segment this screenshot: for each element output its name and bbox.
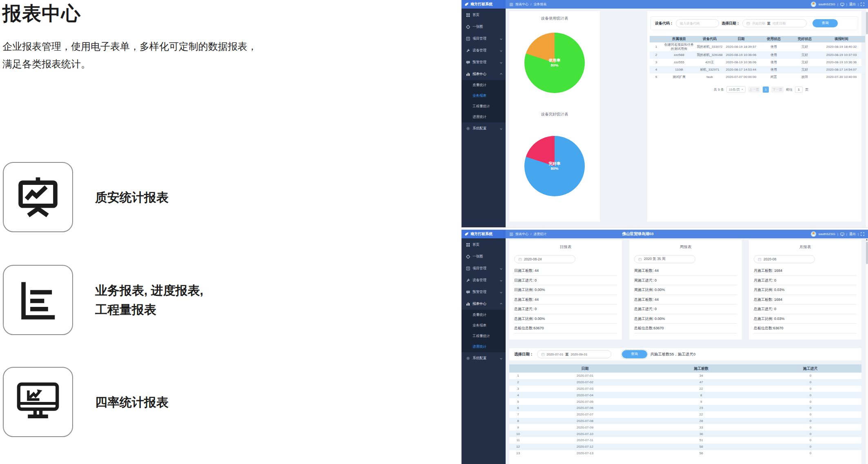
page-number-active[interactable]: 1	[763, 87, 769, 93]
table-row[interactable]: 12 2020-07-12 58 0	[509, 444, 861, 450]
device-code-input[interactable]: 输入设备代码	[676, 19, 719, 27]
sidebar-item-device[interactable]: 设备管理	[462, 274, 506, 286]
app-logo[interactable]: 南方打桩系统	[462, 0, 506, 9]
goto-page-input[interactable]: 1	[795, 87, 803, 93]
sidebar-item-system[interactable]: 系统配置	[462, 122, 506, 134]
table-row[interactable]: 3 zzz555 420王 2020-08-19 10:36:06 使用 完好 …	[650, 59, 868, 66]
table-row[interactable]: 3 2020-07-03 22 0	[509, 386, 861, 392]
logout-link[interactable]: 退出	[849, 232, 856, 236]
sidebar-item-report-center[interactable]: 报表中心	[462, 298, 506, 310]
next-page-button[interactable]: 下一页	[771, 87, 784, 93]
col-project[interactable]: 所属项目	[663, 36, 695, 42]
device-condition-pie-chart[interactable]: 完好率 80%	[524, 136, 585, 196]
table-row[interactable]: 6 2020-07-06 23 0	[509, 405, 861, 411]
username[interactable]: southSZSG	[818, 2, 835, 6]
sidebar-item-report-center[interactable]: 报表中心	[462, 68, 506, 80]
start-date-placeholder: 开始日期	[752, 21, 765, 26]
sidebar-subitem-quantity[interactable]: 工程量统计	[462, 101, 506, 112]
table-row[interactable]: 10 2020-07-10 36 0	[509, 431, 861, 437]
scrollbar-thumb[interactable]	[866, 242, 868, 264]
col-pile-count[interactable]: 施工桩数	[643, 364, 759, 373]
table-row[interactable]: 1 创建同名项目和任务的测试用例 我的桩机_333072 2020-08-19 …	[650, 42, 868, 51]
col-device-code[interactable]: 设备代码	[695, 36, 724, 42]
calendar-icon	[518, 258, 522, 261]
table-body: 1 2020-07-01 34 0 2 2020-07-02 47 0	[509, 373, 861, 456]
app-name: 南方打桩系统	[471, 2, 493, 7]
goto-unit: 页	[805, 87, 808, 92]
col-footage[interactable]: 施工进尺	[759, 364, 861, 373]
feature-label: 四率统计报表	[95, 393, 169, 412]
app-logo[interactable]: 南方打桩系统	[462, 230, 506, 238]
fullscreen-icon[interactable]	[861, 232, 864, 236]
date-range-input[interactable]: 开始日期 至 结束日期	[742, 19, 807, 27]
sidebar-subitem-business[interactable]: 业务报表	[462, 91, 506, 101]
sidebar-item-project[interactable]: 项目管理	[462, 33, 506, 44]
total-count: 共 5 条	[714, 87, 724, 92]
sidebar-item-alert[interactable]: 预警管理	[462, 286, 506, 298]
username[interactable]: southSZSG	[818, 232, 835, 236]
col-date[interactable]: 日期	[724, 36, 758, 42]
table-row[interactable]: 5 测试扩展 faub 2020-07-07 00:00:00 闲置 故障 20…	[650, 73, 868, 81]
sidebar-item-system[interactable]: 系统配置	[462, 352, 506, 364]
sidebar-item-alert[interactable]: 预警管理	[462, 56, 506, 68]
search-button[interactable]: 查询	[813, 19, 838, 27]
table-row[interactable]: 2 2020-07-02 47 0	[509, 379, 861, 386]
sidebar-item-device[interactable]: 设备管理	[462, 44, 506, 56]
scroll-up-arrow[interactable]	[866, 239, 868, 240]
table-row[interactable]: 4 1108t 桩机_332971 2020-08-17 14:53:44 使用…	[650, 66, 868, 73]
monitor-icon[interactable]	[840, 232, 844, 236]
col-date[interactable]: 日期	[527, 364, 643, 373]
avatar[interactable]	[811, 231, 816, 237]
date-picker-input[interactable]: 2020-08-24	[514, 255, 575, 263]
month-picker-input[interactable]: 2020-08	[754, 255, 815, 263]
breadcrumb-root[interactable]: 报表中心	[515, 2, 528, 7]
breadcrumb-current[interactable]: 业务报表	[533, 2, 546, 7]
device-usage-pie-chart[interactable]: 使用率 80%	[524, 33, 585, 93]
chevron-down-icon	[500, 127, 502, 130]
feature-label: 业务报表, 进度报表, 工程量报表	[95, 281, 203, 319]
sidebar-subitem-quality[interactable]: 质量统计	[462, 80, 506, 91]
chart-bars-icon	[466, 72, 470, 76]
fullscreen-icon[interactable]	[861, 2, 864, 6]
table-row[interactable]: 5 2020-07-05 9 0	[509, 398, 861, 405]
table-row[interactable]: 1 2020-07-01 34 0	[509, 373, 861, 379]
sidebar-subitem-quality[interactable]: 质量统计	[462, 310, 506, 320]
search-button[interactable]: 查询	[622, 350, 647, 358]
avatar[interactable]	[811, 2, 816, 7]
table-row[interactable]: 11 2020-07-11 51 0	[509, 437, 861, 444]
prev-page-button[interactable]: 上一页	[748, 87, 760, 93]
grid-icon	[466, 243, 470, 247]
table-row[interactable]: 2 zzz588 我的桩机_326168 2020-08-19 10:36:06…	[650, 51, 868, 59]
week-picker-input[interactable]: 2020 第 35 周	[634, 255, 695, 263]
sidebar-subitem-progress[interactable]: 进度统计	[462, 342, 506, 352]
stat-row: 总桩位总数:63670	[754, 324, 857, 333]
scrollbar[interactable]	[865, 238, 868, 464]
sidebar-item-project[interactable]: 项目管理	[462, 262, 506, 274]
col-use-status[interactable]: 使用状态	[758, 36, 789, 42]
bird-logo-icon	[464, 232, 469, 236]
hamburger-icon[interactable]	[509, 2, 513, 7]
sidebar-subitem-business[interactable]: 业务报表	[462, 320, 506, 331]
pie-center-label: 使用率 80%	[524, 33, 585, 93]
sidebar-item-home[interactable]: 首页	[462, 239, 506, 251]
sidebar-subitem-progress[interactable]: 进度统计	[462, 112, 506, 122]
table-row[interactable]: 8 2020-07-08 28 0	[509, 418, 861, 424]
col-report-time[interactable]: 填报时间	[820, 36, 863, 42]
page-size-select[interactable]: 15条/页	[726, 86, 746, 93]
sidebar-item-home[interactable]: 首页	[462, 9, 506, 21]
sidebar-subitem-quantity[interactable]: 工程量统计	[462, 331, 506, 342]
sidebar-item-map[interactable]: 一张图	[462, 251, 506, 262]
table-row[interactable]: 7 2020-07-07 22 0	[509, 411, 861, 418]
scrollbar[interactable]	[865, 9, 868, 227]
scrollbar-thumb[interactable]	[866, 12, 868, 34]
sidebar: 首页 一张图 项目管理 设备管理 预警管理	[462, 238, 506, 464]
table-row[interactable]: 4 2020-07-04 8 0	[509, 392, 861, 398]
table-row[interactable]: 13 2020-07-13 56 0	[509, 450, 861, 457]
logout-link[interactable]: 退出	[849, 2, 856, 7]
col-condition[interactable]: 完好状态	[789, 36, 820, 42]
main-content: 日报表 2020-08-24 日施工桩数: 44日施工进尺: 0日施工比例: 0…	[506, 238, 868, 464]
table-row[interactable]: 9 2020-07-09 33 0	[509, 424, 861, 431]
date-range-input[interactable]: 2020-07-01 至 2020-09-01	[537, 350, 611, 358]
sidebar-item-map[interactable]: 一张图	[462, 21, 506, 33]
monitor-icon[interactable]	[840, 2, 844, 7]
